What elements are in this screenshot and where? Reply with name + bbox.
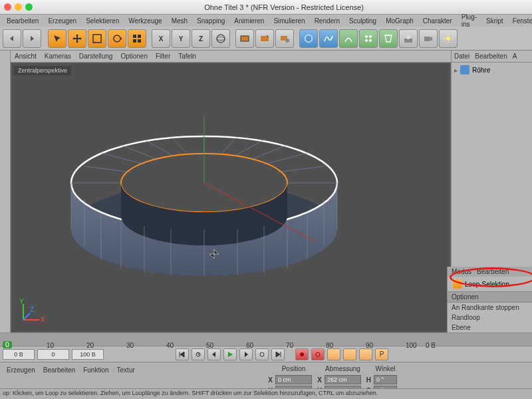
loop-selection-tool[interactable]: Loop-Selektion	[448, 277, 532, 291]
svg-text:Y: Y	[19, 299, 24, 305]
option-randloop[interactable]: Randloop	[448, 313, 532, 323]
prev-key-button[interactable]	[192, 348, 205, 360]
prev-frame-button[interactable]	[207, 348, 221, 360]
minimize-icon[interactable]	[15, 3, 22, 11]
next-key-button[interactable]	[255, 348, 269, 360]
goto-end-button[interactable]	[271, 348, 285, 360]
svg-point-20	[406, 35, 410, 39]
svg-point-22	[446, 37, 450, 41]
key-rot-button[interactable]	[359, 348, 372, 360]
menu-animieren[interactable]: Animieren	[230, 17, 268, 25]
light-button[interactable]	[439, 29, 458, 48]
svg-rect-21	[424, 37, 430, 41]
viewmenu-darstellung[interactable]: Darstellung	[79, 53, 113, 60]
svg-text:X: X	[41, 316, 45, 323]
environment-button[interactable]	[399, 29, 418, 48]
om-tab-bearbeiten[interactable]: Bearbeiten	[475, 53, 507, 60]
svg-point-1	[114, 35, 120, 42]
render-settings-button[interactable]	[275, 29, 294, 48]
nurbs-button[interactable]	[339, 29, 358, 48]
svg-point-16	[369, 35, 372, 38]
y-axis-button[interactable]: Y	[172, 29, 190, 48]
viewmenu-ansicht[interactable]: Ansicht	[15, 53, 37, 60]
key-param-button[interactable]: P	[375, 348, 388, 360]
close-icon[interactable]	[4, 3, 11, 11]
deformer-button[interactable]	[379, 29, 398, 48]
time-end-field[interactable]	[72, 349, 104, 360]
axis-gizmo: Y X Z	[18, 299, 45, 325]
menu-simulieren[interactable]: Simulieren	[269, 17, 309, 25]
menu-werkzeuge[interactable]: Werkzeuge	[124, 17, 166, 25]
move-tool[interactable]	[68, 29, 86, 48]
goto-start-button[interactable]	[176, 348, 189, 360]
svg-point-18	[369, 39, 372, 42]
record-button[interactable]	[295, 348, 309, 360]
bottomtab-erzeugen[interactable]: Erzeugen	[7, 366, 35, 374]
attr-tab-modus[interactable]: Modus	[452, 268, 471, 275]
menu-selektieren[interactable]: Selektieren	[82, 17, 123, 25]
object-name[interactable]: Röhre	[472, 66, 490, 74]
timeline-current[interactable]: 0	[3, 341, 12, 348]
om-tab-a[interactable]: A	[513, 53, 517, 60]
autokey-button[interactable]	[311, 348, 325, 360]
dim-x-field[interactable]	[325, 375, 361, 384]
camera-button[interactable]	[419, 29, 438, 48]
menu-skript[interactable]: Skript	[482, 17, 507, 25]
z-axis-button[interactable]: Z	[192, 29, 210, 48]
x-axis-button[interactable]: X	[152, 29, 170, 48]
viewport[interactable]: Zentralperspektive Y	[11, 63, 451, 332]
menu-mograph[interactable]: MoGraph	[382, 17, 418, 25]
time-cur-field[interactable]	[37, 349, 69, 360]
key-pos-button[interactable]	[327, 348, 340, 360]
svg-point-17	[365, 39, 368, 42]
time-start-field[interactable]	[3, 349, 35, 360]
object-row[interactable]: ▸ Röhre	[452, 63, 532, 77]
main-toolbar: X Y Z	[0, 27, 532, 51]
zoom-icon[interactable]	[25, 3, 33, 11]
world-button[interactable]	[211, 29, 230, 48]
attr-tab-bearbeiten[interactable]: Bearbeiten	[477, 268, 509, 275]
bottomtab-textur[interactable]: Textur	[117, 366, 135, 374]
svg-point-64	[316, 352, 320, 356]
viewmenu-filter[interactable]: Filter	[156, 53, 170, 60]
menu-plugins[interactable]: Plug-ins	[458, 13, 481, 29]
menu-rendern[interactable]: Rendern	[311, 17, 344, 25]
pos-x-field[interactable]	[275, 375, 312, 384]
array-button[interactable]	[359, 29, 378, 48]
key-scale-button[interactable]	[343, 348, 356, 360]
menu-sculpting[interactable]: Sculpting	[345, 17, 380, 25]
redo-button[interactable]	[23, 29, 41, 48]
menu-charakter[interactable]: Charakter	[419, 17, 456, 25]
cube-primitive[interactable]	[299, 29, 318, 48]
svg-line-44	[144, 140, 174, 156]
menu-snapping[interactable]: Snapping	[193, 17, 229, 25]
menu-fenster[interactable]: Fenster	[509, 17, 532, 25]
undo-button[interactable]	[3, 29, 21, 48]
option-ebene[interactable]: Ebene	[448, 323, 532, 332]
render-region-button[interactable]	[255, 29, 274, 48]
render-button[interactable]	[235, 29, 254, 48]
expand-icon[interactable]: ▸	[454, 66, 458, 74]
bottomtab-bearbeiten[interactable]: Bearbeiten	[43, 366, 75, 374]
svg-point-63	[300, 352, 304, 356]
menu-erzeugen[interactable]: Erzeugen	[44, 17, 80, 25]
rotate-tool[interactable]	[108, 29, 126, 48]
viewmenu-tafeln[interactable]: Tafeln	[178, 53, 196, 60]
ang-h-field[interactable]	[374, 375, 397, 384]
svg-text:Z: Z	[199, 35, 203, 43]
viewmenu-kameras[interactable]: Kameras	[45, 53, 71, 60]
option-randkante[interactable]: An Randkante stoppen	[448, 303, 532, 313]
scale-tool[interactable]	[88, 29, 106, 48]
grid-tool[interactable]	[128, 29, 146, 48]
spline-primitive[interactable]	[319, 29, 338, 48]
menu-mesh[interactable]: Mesh	[168, 17, 192, 25]
select-tool[interactable]	[48, 29, 66, 48]
timeline[interactable]: 0 10 20 30 40 50 60 70 80 90 100 0 B	[0, 332, 532, 346]
om-tab-datei[interactable]: Datei	[454, 53, 469, 60]
menu-bearbeiten[interactable]: Bearbeiten	[3, 17, 43, 25]
play-button[interactable]	[223, 348, 237, 360]
tube-object[interactable]	[65, 96, 344, 283]
viewmenu-optionen[interactable]: Optionen	[120, 53, 148, 60]
bottomtab-funktion[interactable]: Funktion	[83, 366, 108, 374]
next-frame-button[interactable]	[239, 348, 253, 360]
